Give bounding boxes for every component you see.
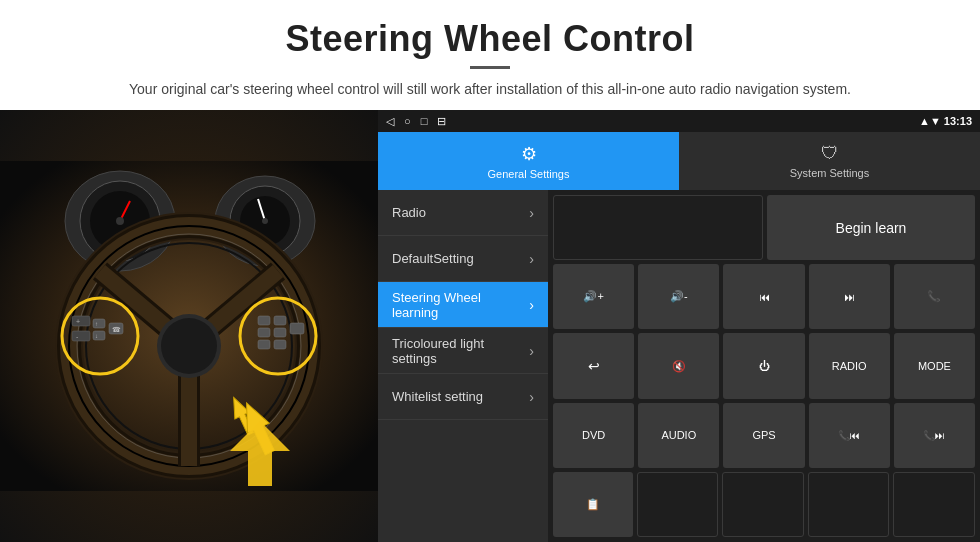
grid-row-1: 🔊+ 🔊- ⏮ ⏭ 📞 (553, 264, 975, 329)
nav-home[interactable]: ○ (404, 115, 411, 128)
chevron-icon: › (529, 251, 534, 267)
menu-default-label: DefaultSetting (392, 251, 474, 266)
begin-learn-button[interactable]: Begin learn (767, 195, 975, 260)
next-track-button[interactable]: ⏭ (809, 264, 890, 329)
mute-icon: 🔇 (672, 360, 686, 373)
header-section: Steering Wheel Control Your original car… (0, 0, 980, 110)
android-panel: ◁ ○ □ ⊟ ▲▼ 13:13 ⚙ General Settings 🛡 (378, 110, 980, 542)
steering-bg: + - ↑ ↓ ☎ (0, 110, 378, 542)
tab-general-label: General Settings (488, 168, 570, 180)
page-wrapper: Steering Wheel Control Your original car… (0, 0, 980, 542)
menu-whitelist[interactable]: Whitelist setting › (378, 374, 548, 420)
grid-row-3: DVD AUDIO GPS 📞⏮ 📞⏭ (553, 403, 975, 468)
chevron-icon: › (529, 205, 534, 221)
status-time: ▲▼ 13:13 (919, 115, 972, 127)
tab-bar: ⚙ General Settings 🛡 System Settings (378, 132, 980, 190)
title-divider (470, 66, 510, 69)
prev-track-button[interactable]: ⏮ (723, 264, 804, 329)
phone-next-button[interactable]: 📞⏭ (894, 403, 975, 468)
chevron-icon: › (529, 297, 534, 313)
menu-steering-label: Steering Wheel learning (392, 290, 529, 320)
media-icon: 📋 (586, 498, 600, 511)
steering-wheel-svg: + - ↑ ↓ ☎ (0, 161, 378, 491)
audio-button[interactable]: AUDIO (638, 403, 719, 468)
grid-row-2: ↩ 🔇 ⏻ RADIO MODE (553, 333, 975, 398)
page-title: Steering Wheel Control (60, 18, 920, 60)
svg-rect-37 (258, 316, 270, 325)
svg-text:↓: ↓ (95, 333, 98, 339)
empty-slot-2 (637, 472, 719, 537)
main-area: Radio › DefaultSetting › Steering Wheel … (378, 190, 980, 542)
nav-recent[interactable]: □ (421, 115, 428, 128)
menu-radio-label: Radio (392, 205, 426, 220)
status-nav: ◁ ○ □ ⊟ (386, 115, 446, 128)
mode-button[interactable]: MODE (894, 333, 975, 398)
car-image-area: + - ↑ ↓ ☎ (0, 110, 378, 542)
menu-tricoloured[interactable]: Tricoloured light settings › (378, 328, 548, 374)
menu-whitelist-label: Whitelist setting (392, 389, 483, 404)
power-icon: ⏻ (759, 360, 770, 372)
empty-slot-5 (893, 472, 975, 537)
phone-icon: 📞 (927, 290, 941, 303)
svg-point-5 (116, 217, 124, 225)
clock: 13:13 (944, 115, 972, 127)
tab-general[interactable]: ⚙ General Settings (378, 132, 679, 190)
menu-default[interactable]: DefaultSetting › (378, 236, 548, 282)
vol-down-button[interactable]: 🔊- (638, 264, 719, 329)
signal-icons: ▲▼ (919, 115, 944, 127)
gps-button[interactable]: GPS (723, 403, 804, 468)
left-menu: Radio › DefaultSetting › Steering Wheel … (378, 190, 548, 542)
menu-tricoloured-label: Tricoloured light settings (392, 336, 529, 366)
status-bar: ◁ ○ □ ⊟ ▲▼ 13:13 (378, 110, 980, 132)
power-button[interactable]: ⏻ (723, 333, 804, 398)
svg-rect-41 (274, 328, 286, 337)
chevron-icon: › (529, 389, 534, 405)
svg-rect-27 (72, 316, 90, 326)
menu-radio[interactable]: Radio › (378, 190, 548, 236)
system-settings-icon: 🛡 (821, 143, 839, 164)
tab-system-label: System Settings (790, 167, 869, 179)
empty-slot (553, 195, 763, 260)
svg-text:↑: ↑ (95, 321, 98, 327)
top-row: Begin learn (553, 195, 975, 260)
media-button[interactable]: 📋 (553, 472, 633, 537)
svg-rect-38 (258, 328, 270, 337)
vol-up-button[interactable]: 🔊+ (553, 264, 634, 329)
dvd-button[interactable]: DVD (553, 403, 634, 468)
nav-cast[interactable]: ⊟ (437, 115, 446, 128)
svg-text:+: + (76, 318, 80, 325)
prev-track-icon: ⏮ (759, 291, 770, 303)
right-grid: Begin learn 🔊+ 🔊- ⏮ (548, 190, 980, 542)
hang-up-button[interactable]: ↩ (553, 333, 634, 398)
svg-point-24 (161, 318, 217, 374)
nav-back[interactable]: ◁ (386, 115, 394, 128)
menu-steering[interactable]: Steering Wheel learning › (378, 282, 548, 328)
tab-system[interactable]: 🛡 System Settings (679, 132, 980, 190)
svg-rect-28 (72, 331, 90, 341)
subtitle-text: Your original car's steering wheel contr… (60, 79, 920, 100)
svg-point-10 (262, 218, 268, 224)
next-track-icon: ⏭ (844, 291, 855, 303)
svg-rect-43 (290, 323, 304, 334)
phone-next-icon: 📞⏭ (923, 430, 945, 441)
mute-button[interactable]: 🔇 (638, 333, 719, 398)
vol-up-icon: 🔊+ (583, 290, 603, 303)
phone-prev-icon: 📞⏮ (838, 430, 860, 441)
content-row: + - ↑ ↓ ☎ (0, 110, 980, 542)
empty-slot-4 (808, 472, 890, 537)
vol-down-icon: 🔊- (670, 290, 688, 303)
svg-text:☎: ☎ (112, 326, 121, 333)
hang-up-icon: ↩ (588, 358, 600, 374)
radio-button[interactable]: RADIO (809, 333, 890, 398)
phone-prev-button[interactable]: 📞⏮ (809, 403, 890, 468)
svg-rect-42 (274, 340, 286, 349)
general-settings-icon: ⚙ (521, 143, 537, 165)
phone-button[interactable]: 📞 (894, 264, 975, 329)
empty-slot-3 (722, 472, 804, 537)
grid-row-4: 📋 (553, 472, 975, 537)
chevron-icon: › (529, 343, 534, 359)
svg-rect-40 (274, 316, 286, 325)
svg-rect-39 (258, 340, 270, 349)
